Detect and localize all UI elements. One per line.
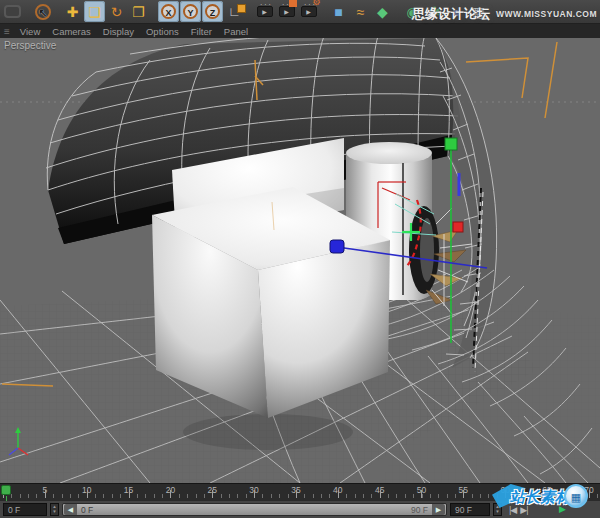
add-subdivision-sphere-button-icon: ◉ [406,5,418,19]
timeline-ruler[interactable]: 510152025303540455055606570 [0,483,600,500]
go-to-end-button[interactable]: ▶| [520,505,527,515]
ruler-frame-number: 70 [584,485,593,495]
end-frame-stepper[interactable]: ▲▼ [493,503,502,516]
y-axis-lock-icon: Y [183,4,198,19]
x-axis-lock[interactable]: X [158,1,179,22]
ruler-frame-number: 65 [542,485,551,495]
menubar-items: ViewCamerasDisplayOptionsFilterPanel [20,26,248,37]
ruler-frame-number: 30 [249,485,258,495]
move-tool-icon: ✚ [67,5,79,19]
application-window: ↖✚❏↻❐XYZ∟▶▶▶■≈◆◉✱●▦ ≡ ViewCamerasDisplay… [0,0,600,518]
render-picture-viewer-button[interactable]: ▶ [276,1,297,22]
viewport-menu-icon[interactable]: ≡ [4,26,10,37]
ruler-frame-number: 55 [459,485,468,495]
ruler-frame-number: 20 [166,485,175,495]
ruler-frame-number: 45 [375,485,384,495]
ruler-frame-number: 25 [208,485,217,495]
viewport-menubar: ≡ ViewCamerasDisplayOptionsFilterPanel [0,24,600,38]
slider-start-label: 0 F [81,505,93,515]
toolbar-separator [150,11,157,12]
add-floor-button[interactable]: ▦ [468,1,489,22]
current-frame-field[interactable]: 0 F [3,503,47,516]
render-picture-viewer-button-icon: ▶ [279,6,295,17]
render-settings-button[interactable]: ▶ [298,1,319,22]
z-axis-drag-handle[interactable] [330,240,344,253]
undo-redo-partial[interactable] [2,1,23,22]
z-axis-lock-icon: Z [205,4,220,19]
cube-shadow [183,414,353,450]
go-to-start-button[interactable]: |◀ [509,505,516,515]
add-cube-primitive-button[interactable]: ■ [328,1,349,22]
live-selection-tool[interactable]: ↖ [32,1,53,22]
rotate-tool[interactable]: ↻ [106,1,127,22]
cube-object [152,187,390,418]
ruler-frame-number: 5 [42,485,47,495]
main-toolbar: ↖✚❏↻❐XYZ∟▶▶▶■≈◆◉✱●▦ [0,0,600,24]
add-hypernurbs-button[interactable]: ◆ [372,1,393,22]
render-view-button-icon: ▶ [257,6,273,17]
slider-end-label: 90 F [411,505,428,515]
x-axis-lock-icon: X [161,4,176,19]
menu-view[interactable]: View [20,26,40,37]
scene-canvas [0,38,600,483]
render-settings-button-icon: ▶ [301,6,317,17]
current-frame-stepper[interactable]: ▲▼ [50,503,59,516]
add-spline-button-icon: ≈ [357,5,365,19]
toolbar-separator [24,11,31,12]
y-axis-lock[interactable]: Y [180,1,201,22]
add-cube-primitive-button-icon: ■ [334,5,342,19]
add-array-button[interactable]: ✱ [424,1,445,22]
menu-display[interactable]: Display [103,26,134,37]
add-metaball-button[interactable]: ● [446,1,467,22]
timeline-playhead[interactable] [1,485,11,495]
frame-range-slider[interactable]: ◀ 0 F 90 F ▶ [62,503,447,516]
scale-tool-icon: ❏ [88,5,101,19]
move-tool[interactable]: ✚ [62,1,83,22]
toolbar-separator [246,11,253,12]
viewport-camera-label[interactable]: Perspective [4,40,56,51]
scale-tool[interactable]: ❏ [84,1,105,22]
menu-filter[interactable]: Filter [191,26,212,37]
last-used-tool-icon: ❐ [132,5,145,19]
z-axis-lock[interactable]: Z [202,1,223,22]
undo-redo-partial-icon [4,5,21,18]
last-used-tool[interactable]: ❐ [128,1,149,22]
toolbar-separator [394,11,401,12]
y-axis-handle[interactable] [445,138,457,150]
ruler-frame-number: 50 [417,485,426,495]
ruler-frame-number: 40 [333,485,342,495]
animation-controls: 0 F ▲▼ ◀ 0 F 90 F ▶ 90 F ▲▼ |◀▶| [0,500,600,518]
end-frame-field[interactable]: 90 F [450,503,490,516]
coordinate-system-toggle-icon: ∟ [228,5,241,18]
toolbar-separator [54,11,61,12]
perspective-viewport[interactable]: Perspective [0,38,600,483]
add-hypernurbs-button-icon: ◆ [377,5,388,19]
slider-left-thumb[interactable]: ◀ [64,504,77,515]
ruler-frame-number: 35 [291,485,300,495]
add-spline-button[interactable]: ≈ [350,1,371,22]
menu-options[interactable]: Options [146,26,179,37]
slider-right-thumb[interactable]: ▶ [432,504,445,515]
add-subdivision-sphere-button[interactable]: ◉ [402,1,423,22]
render-view-button[interactable]: ▶ [254,1,275,22]
menu-panel[interactable]: Panel [224,26,248,37]
rotate-tool-icon: ↻ [111,5,123,19]
coordinate-system-toggle[interactable]: ∟ [224,1,245,22]
add-metaball-button-icon: ● [452,5,460,19]
ruler-frame-number: 60 [500,485,509,495]
ruler-frame-number: 15 [124,485,133,495]
add-array-button-icon: ✱ [429,5,441,19]
x-axis-handle[interactable] [453,222,463,232]
toolbar-separator [320,11,327,12]
menu-cameras[interactable]: Cameras [52,26,91,37]
add-floor-button-icon: ▦ [472,5,485,19]
transport-buttons: |◀▶| [505,505,597,515]
ruler-frame-number: 10 [82,485,91,495]
live-selection-tool-icon: ↖ [35,4,51,20]
